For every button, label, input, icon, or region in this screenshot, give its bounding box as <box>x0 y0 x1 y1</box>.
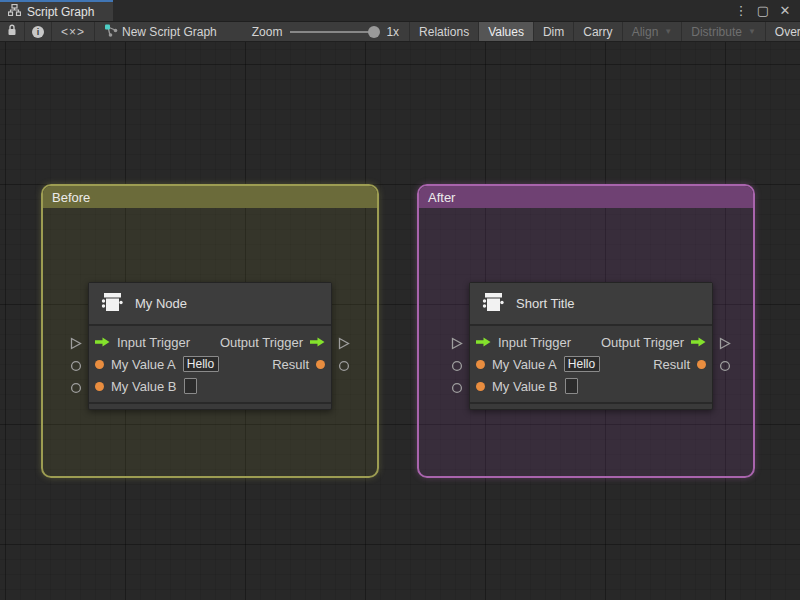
result-port-icon[interactable] <box>697 360 706 369</box>
unit-icon <box>480 289 506 318</box>
external-value-a-port[interactable] <box>451 360 463 372</box>
graph-hierarchy-icon <box>8 4 21 19</box>
group-before-label: Before <box>52 190 90 205</box>
group-after-header[interactable]: After <box>419 186 753 208</box>
tab-label: Script Graph <box>27 5 94 19</box>
unit-icon <box>99 289 125 318</box>
node-body: Input Trigger Output Trigger My Value A <box>89 326 331 402</box>
input-trigger-port-icon[interactable] <box>476 337 491 347</box>
input-trigger-label: Input Trigger <box>117 335 190 350</box>
tab-script-graph[interactable]: Script Graph <box>0 0 113 21</box>
zoom-control: Zoom 1x <box>242 22 410 41</box>
value-a-input[interactable] <box>564 356 600 372</box>
output-trigger-port-icon[interactable] <box>691 337 706 347</box>
graph-canvas[interactable]: Before After <box>0 42 800 600</box>
external-result-port[interactable] <box>719 360 731 372</box>
external-output-trigger-port[interactable] <box>338 337 350 350</box>
distribute-dropdown[interactable]: Distribute ▼ <box>682 22 766 41</box>
external-value-b-port[interactable] <box>451 382 463 394</box>
value-a-label: My Value A <box>111 357 176 372</box>
external-value-a-port[interactable] <box>70 360 82 372</box>
port-row-triggers: Input Trigger Output Trigger <box>476 331 706 353</box>
new-script-graph-button[interactable]: New Script Graph <box>95 22 226 41</box>
carry-label: Carry <box>583 25 612 39</box>
window-controls: ⋮ ▢ ✕ <box>732 0 800 21</box>
node-header[interactable]: Short Title <box>470 283 712 326</box>
chevron-down-icon: ▼ <box>748 27 756 36</box>
overview-button[interactable]: Overview <box>766 22 800 41</box>
node-footer <box>89 402 331 409</box>
node-header[interactable]: My Node <box>89 283 331 326</box>
port-row-value-b: My Value B <box>95 375 325 397</box>
values-button[interactable]: Values <box>479 22 534 41</box>
result-label: Result <box>653 357 690 372</box>
external-input-trigger-port[interactable] <box>70 337 82 350</box>
zoom-label: Zoom <box>252 25 283 39</box>
node-title: Short Title <box>516 296 575 311</box>
value-a-port-icon[interactable] <box>95 360 104 369</box>
tab-bar: Script Graph ⋮ ▢ ✕ <box>0 0 800 22</box>
value-b-label: My Value B <box>492 379 558 394</box>
node-footer <box>470 402 712 409</box>
zoom-slider[interactable] <box>290 31 378 33</box>
value-b-label: My Value B <box>111 379 177 394</box>
external-value-b-port[interactable] <box>70 382 82 394</box>
info-icon: i <box>32 26 44 38</box>
node-short-title[interactable]: Short Title Input Trigger Output Trigger <box>469 282 713 410</box>
values-label: Values <box>488 25 524 39</box>
info-button[interactable]: i <box>25 22 52 41</box>
zoom-value: 1x <box>386 25 399 39</box>
result-label: Result <box>272 357 309 372</box>
value-a-input[interactable] <box>183 356 219 372</box>
close-icon[interactable]: ✕ <box>776 3 794 18</box>
node-title: My Node <box>135 296 187 311</box>
value-a-label: My Value A <box>492 357 557 372</box>
port-row-value-a: My Value A Result <box>95 353 325 375</box>
window-menu-icon[interactable]: ⋮ <box>732 3 750 18</box>
distribute-label: Distribute <box>691 25 742 39</box>
port-row-triggers: Input Trigger Output Trigger <box>95 331 325 353</box>
zoom-slider-handle[interactable] <box>368 26 380 38</box>
port-row-value-a: My Value A Result <box>476 353 706 375</box>
group-before-header[interactable]: Before <box>43 186 377 208</box>
output-trigger-label: Output Trigger <box>601 335 684 350</box>
relations-button[interactable]: Relations <box>410 22 479 41</box>
lock-button[interactable] <box>0 22 25 41</box>
overview-label: Overview <box>775 25 800 39</box>
value-b-input[interactable] <box>565 378 578 394</box>
output-trigger-port-icon[interactable] <box>310 337 325 347</box>
dim-label: Dim <box>543 25 564 39</box>
new-script-graph-label: New Script Graph <box>122 25 217 39</box>
external-output-trigger-port[interactable] <box>719 337 731 350</box>
lock-icon <box>7 24 17 39</box>
graph-nodes-icon <box>104 24 118 40</box>
node-frame: My Node Input Trigger Output Trigger <box>88 282 332 410</box>
code-view-icon: <×> <box>61 25 85 39</box>
value-b-port-icon[interactable] <box>476 382 485 391</box>
maximize-icon[interactable]: ▢ <box>754 3 772 18</box>
input-trigger-port-icon[interactable] <box>95 337 110 347</box>
node-body: Input Trigger Output Trigger My Value A <box>470 326 712 402</box>
value-b-input[interactable] <box>184 378 197 394</box>
align-dropdown[interactable]: Align ▼ <box>623 22 683 41</box>
value-b-port-icon[interactable] <box>95 382 104 391</box>
node-frame: Short Title Input Trigger Output Trigger <box>469 282 713 410</box>
value-a-port-icon[interactable] <box>476 360 485 369</box>
group-after-label: After <box>428 190 455 205</box>
code-view-button[interactable]: <×> <box>52 22 95 41</box>
input-trigger-label: Input Trigger <box>498 335 571 350</box>
dim-button[interactable]: Dim <box>534 22 574 41</box>
graph-toolbar: i <×> New Script Graph Zoom 1x <box>0 22 800 42</box>
align-label: Align <box>632 25 659 39</box>
carry-button[interactable]: Carry <box>574 22 622 41</box>
external-input-trigger-port[interactable] <box>451 337 463 350</box>
output-trigger-label: Output Trigger <box>220 335 303 350</box>
port-row-value-b: My Value B <box>476 375 706 397</box>
external-result-port[interactable] <box>338 360 350 372</box>
script-graph-window: Script Graph ⋮ ▢ ✕ i <×> <box>0 0 800 600</box>
node-my-node[interactable]: My Node Input Trigger Output Trigger <box>88 282 332 410</box>
result-port-icon[interactable] <box>316 360 325 369</box>
chevron-down-icon: ▼ <box>664 27 672 36</box>
relations-label: Relations <box>419 25 469 39</box>
